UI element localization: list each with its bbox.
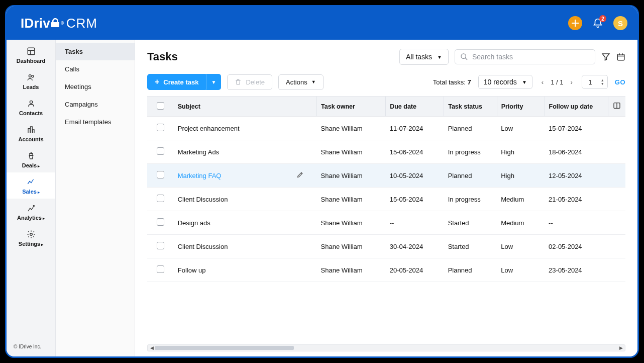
records-select[interactable]: 10 records ▼ xyxy=(478,75,532,89)
total-tasks-label: Total tasks: 7 xyxy=(433,78,471,86)
next-page-button[interactable]: › xyxy=(568,77,574,87)
nav-item-accounts[interactable]: Accounts xyxy=(7,120,55,146)
table-row[interactable]: Client DiscussionShane William15-05-2024… xyxy=(147,188,625,211)
cell-follow: 23-05-2024 xyxy=(545,258,608,282)
nav-label: Settings▸ xyxy=(19,241,43,247)
page-title: Tasks xyxy=(147,50,178,63)
nav-item-leads[interactable]: Leads xyxy=(7,68,55,94)
search-input[interactable] xyxy=(472,53,590,61)
create-task-split: + Create task ▼ xyxy=(147,74,221,90)
settings-icon xyxy=(27,230,36,239)
primary-nav: DashboardLeadsContactsAccountsDeals▸Sale… xyxy=(7,40,56,356)
titlebar: Tasks All tasks ▼ xyxy=(135,40,637,72)
cell-status: Started xyxy=(444,235,497,258)
subnav-item-meetings[interactable]: Meetings xyxy=(56,78,135,96)
scroll-left-icon[interactable]: ◀ xyxy=(149,345,155,350)
row-checkbox[interactable] xyxy=(157,147,164,155)
cell-status: Planned xyxy=(444,164,497,188)
avatar[interactable]: S xyxy=(613,16,627,30)
chevron-down-icon: ▼ xyxy=(311,79,316,84)
cell-follow: 02-05-2024 xyxy=(545,235,608,258)
table-row[interactable]: Follow upShane William20-05-2024PlannedL… xyxy=(147,258,625,282)
calendar-button[interactable] xyxy=(616,52,625,61)
table-row[interactable]: Design adsShane William--StartedMedium-- xyxy=(147,211,625,235)
col-header-owner[interactable]: Task owner xyxy=(317,97,386,117)
subnav-item-campaigns[interactable]: Campaigns xyxy=(56,96,135,113)
cell-status: Planned xyxy=(444,117,497,140)
filter-select[interactable]: All tasks ▼ xyxy=(399,49,449,65)
subnav-item-tasks[interactable]: Tasks xyxy=(56,43,135,60)
subnav-item-calls[interactable]: Calls xyxy=(56,60,135,78)
scroll-right-icon[interactable]: ▶ xyxy=(618,345,624,350)
cell-owner: Shane William xyxy=(317,117,386,140)
brand-logo[interactable]: IDriv®CRM xyxy=(21,16,97,31)
horizontal-scrollbar[interactable]: ◀ ▶ xyxy=(147,344,625,351)
svg-rect-0 xyxy=(28,48,35,55)
search-icon xyxy=(460,53,468,61)
filter-button[interactable] xyxy=(601,52,610,61)
plus-icon xyxy=(571,19,579,27)
table-row[interactable]: Client DiscussionShane William30-04-2024… xyxy=(147,235,625,258)
cell-owner: Shane William xyxy=(317,235,386,258)
row-checkbox[interactable] xyxy=(157,171,164,178)
nav-item-settings[interactable]: Settings▸ xyxy=(7,225,55,251)
nav-item-dashboard[interactable]: Dashboard xyxy=(7,42,55,68)
col-header-follow[interactable]: Follow up date xyxy=(545,97,608,117)
global-add-button[interactable] xyxy=(568,16,582,30)
cell-due: 30-04-2024 xyxy=(386,235,444,258)
accounts-icon xyxy=(27,125,36,134)
nav-item-deals[interactable]: Deals▸ xyxy=(7,146,55,172)
cell-priority: Low xyxy=(497,117,545,140)
nav-item-analytics[interactable]: Analytics▸ xyxy=(7,199,55,225)
col-header-subject[interactable]: Subject xyxy=(174,97,317,117)
footer-copyright: © IDrive Inc. xyxy=(7,344,55,356)
cell-subject: Marketing Ads xyxy=(178,148,219,156)
row-checkbox[interactable] xyxy=(157,242,164,249)
nav-label: Deals▸ xyxy=(22,162,40,168)
edit-icon[interactable] xyxy=(296,171,304,180)
col-header-priority[interactable]: Priority xyxy=(497,97,545,117)
select-all-checkbox[interactable] xyxy=(157,102,164,110)
nav-item-contacts[interactable]: Contacts xyxy=(7,94,55,120)
scroll-thumb[interactable] xyxy=(155,346,294,350)
col-config[interactable] xyxy=(608,97,625,117)
page-number-input[interactable] xyxy=(585,78,595,86)
row-checkbox[interactable] xyxy=(157,124,164,131)
total-label-text: Total tasks: xyxy=(433,78,466,86)
deals-icon xyxy=(27,151,36,160)
col-header-status[interactable]: Task status xyxy=(444,97,497,117)
nav-label: Analytics▸ xyxy=(17,215,45,221)
table-row[interactable]: Marketing FAQShane William10-05-2024Plan… xyxy=(147,164,625,188)
create-task-button[interactable]: + Create task xyxy=(147,74,206,90)
create-task-dropdown[interactable]: ▼ xyxy=(206,74,221,90)
row-checkbox[interactable] xyxy=(157,265,164,273)
cell-status: Planned xyxy=(444,258,497,282)
prev-page-button[interactable]: ‹ xyxy=(540,77,546,87)
scroll-track[interactable] xyxy=(155,345,618,350)
col-header-due[interactable]: Due date xyxy=(386,97,444,117)
cell-priority: Medium xyxy=(497,188,545,211)
secondary-nav: TasksCallsMeetingsCampaignsEmail templat… xyxy=(56,40,135,356)
search-box[interactable] xyxy=(455,49,595,64)
cell-priority: Low xyxy=(497,235,545,258)
cell-subject: Client Discussion xyxy=(178,196,228,203)
cell-follow: 12-05-2024 xyxy=(545,164,608,188)
app-body: DashboardLeadsContactsAccountsDeals▸Sale… xyxy=(7,40,637,356)
analytics-icon xyxy=(27,204,36,213)
svg-point-7 xyxy=(461,54,466,58)
page-spinner[interactable]: ▲▼ xyxy=(601,78,604,85)
subnav-item-email-templates[interactable]: Email templates xyxy=(56,113,135,131)
notifications-button[interactable]: 2 xyxy=(592,18,603,29)
page-input-box[interactable]: ▲▼ xyxy=(582,75,608,89)
nav-item-sales[interactable]: Sales▸ xyxy=(7,172,55,199)
cell-due: 15-06-2024 xyxy=(386,140,444,164)
actions-button[interactable]: Actions ▼ xyxy=(278,74,324,90)
table-row[interactable]: Project enhancementShane William11-07-20… xyxy=(147,117,625,140)
row-checkbox[interactable] xyxy=(157,218,164,226)
create-task-label: Create task xyxy=(163,78,198,86)
cell-follow: 21-05-2024 xyxy=(545,188,608,211)
table-row[interactable]: Marketing AdsShane William15-06-2024In p… xyxy=(147,140,625,164)
total-tasks-value: 7 xyxy=(467,78,471,86)
row-checkbox[interactable] xyxy=(157,195,164,202)
go-button[interactable]: GO xyxy=(615,78,625,86)
